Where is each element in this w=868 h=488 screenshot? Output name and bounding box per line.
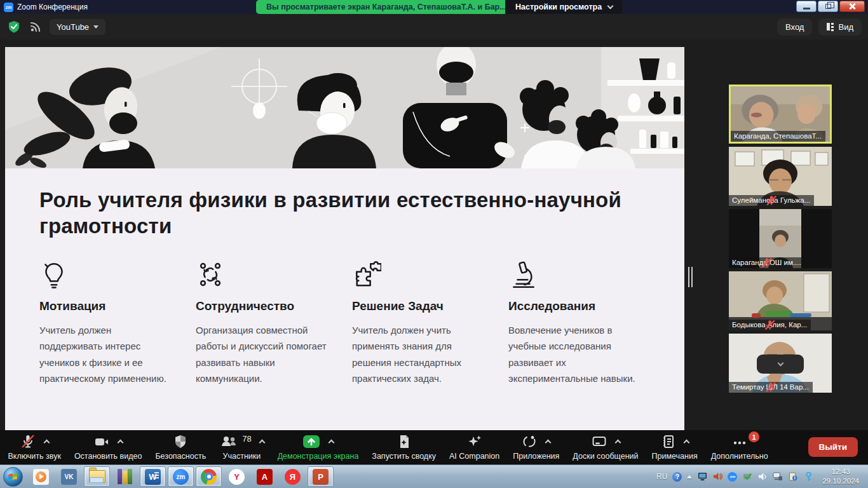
taskbar-acrobat[interactable]: A	[252, 466, 278, 487]
help-icon[interactable]: ?	[672, 472, 682, 482]
youtube-stream-dropdown[interactable]: YouTube	[50, 19, 105, 35]
chevron-up-icon[interactable]	[545, 440, 551, 446]
participant-video[interactable]: Бодыкова Алия, Кар...	[729, 271, 832, 330]
word-icon: W	[145, 469, 161, 485]
participants-icon	[219, 434, 238, 449]
participant-video[interactable]: Сулейманова Гульжа...	[729, 147, 832, 206]
taskbar-zoom[interactable]: zm	[168, 466, 194, 487]
restore-button[interactable]	[818, 1, 838, 12]
toolbar-label: Приложения	[513, 452, 559, 461]
more-participants-button[interactable]	[757, 355, 804, 374]
volume-warning-icon[interactable]	[712, 471, 722, 482]
minimize-button[interactable]	[796, 1, 817, 12]
restore-icon	[825, 4, 831, 9]
close-icon	[848, 3, 856, 10]
taskbar-winrar[interactable]	[112, 466, 138, 487]
ai-companion-button[interactable]: AI Companion	[443, 430, 506, 464]
speaker-icon[interactable]	[757, 471, 768, 482]
system-tray: RU ? zm	[656, 467, 868, 486]
leave-meeting-button[interactable]: Выйти	[808, 437, 858, 457]
whiteboards-button[interactable]: Доски сообщений	[566, 430, 645, 464]
slide-column-problem-solving: Решение Задач Учитель должен учить приме…	[352, 260, 508, 387]
taskbar-media-player[interactable]	[28, 466, 54, 487]
key-icon[interactable]	[803, 471, 813, 482]
camera-icon	[93, 434, 110, 449]
more-button[interactable]: 1 Дополнительно	[704, 430, 775, 464]
apps-button[interactable]: Приложения	[506, 430, 566, 464]
participant-name-label: Караганда ОШ им....	[729, 257, 805, 268]
slide-title: Роль учителя физики в развитии естествен…	[39, 187, 630, 240]
zoom-logo-icon: zm	[4, 3, 13, 12]
toolbar-label: Участники	[223, 452, 261, 461]
toolbar-label: Включить звук	[8, 452, 61, 461]
unmute-button[interactable]: Включить звук	[1, 430, 67, 464]
share-screen-icon	[302, 434, 321, 449]
tray-expand-icon[interactable]	[687, 475, 692, 478]
vk-icon: VK	[61, 469, 77, 485]
taskbar-yandex[interactable]: Я	[280, 466, 306, 487]
toolbar-label: Безопасность	[155, 452, 206, 461]
display-icon[interactable]	[697, 471, 707, 482]
security-shield-icon[interactable]	[6, 19, 22, 34]
ai-companion-icon	[466, 434, 483, 449]
chevron-up-icon[interactable]	[683, 440, 689, 446]
taskbar-word[interactable]: W	[140, 466, 166, 487]
view-settings-dropdown[interactable]: Настройки просмотра	[505, 0, 623, 14]
column-text: Вовлечение учеников в учебные исследован…	[508, 322, 643, 387]
media-player-icon	[33, 469, 49, 485]
tray-time: 12:43	[822, 467, 859, 477]
start-summary-button[interactable]: Запустить сводку	[365, 430, 443, 464]
login-button[interactable]: Вход	[777, 18, 812, 36]
view-button[interactable]: Вид	[818, 18, 862, 36]
taskbar-chrome[interactable]	[196, 466, 222, 487]
taskbar-powerpoint[interactable]: P	[308, 466, 334, 487]
windows-taskbar: VK W zm Y A Я P RU ? zm	[0, 464, 868, 488]
tray-date: 29.10.2024	[822, 477, 859, 486]
participant-video[interactable]: Караганда, СтепашоваТ...	[729, 85, 832, 144]
start-button[interactable]	[3, 467, 23, 487]
view-label: Вид	[838, 22, 853, 32]
notes-button[interactable]: Примечания	[645, 430, 704, 464]
window-controls	[796, 1, 865, 12]
taskbar-vk[interactable]: VK	[56, 466, 82, 487]
meeting-toolbar: Включить звук Остановить видео Безопасно…	[0, 430, 868, 464]
close-button[interactable]	[839, 1, 865, 12]
column-heading: Решение Задач	[352, 299, 487, 313]
security-button[interactable]: Безопасность	[149, 430, 213, 464]
chevron-up-icon[interactable]	[118, 440, 124, 446]
apps-icon	[522, 434, 538, 449]
chevron-down-icon	[777, 360, 783, 367]
minimize-icon	[803, 8, 810, 10]
toolbar-label: Примечания	[652, 452, 698, 461]
powerpoint-icon: P	[313, 469, 329, 485]
panel-drag-handle[interactable]	[688, 267, 693, 287]
participant-video[interactable]: Караганда ОШ им....	[729, 209, 832, 268]
taskbar-clock[interactable]: 12:43 29.10.2024	[818, 467, 863, 486]
stop-video-button[interactable]: Остановить видео	[67, 430, 149, 464]
mic-muted-icon	[20, 434, 36, 449]
live-stream-icon[interactable]	[28, 19, 43, 34]
language-indicator[interactable]: RU	[656, 472, 667, 481]
zoom-tray-icon[interactable]: zm	[728, 472, 737, 482]
chevron-up-icon[interactable]	[329, 440, 335, 446]
caret-down-icon	[93, 25, 98, 29]
column-heading: Исследования	[508, 299, 643, 313]
share-screen-button[interactable]: Демонстрация экрана	[271, 430, 365, 464]
participant-name-label: Бодыкова Алия, Кар...	[729, 320, 811, 330]
info-icon[interactable]	[788, 471, 798, 482]
antivirus-check-icon[interactable]	[742, 471, 752, 482]
chevron-up-icon[interactable]	[44, 440, 50, 446]
yandex-browser-icon: Y	[229, 469, 245, 485]
taskbar-file-explorer[interactable]	[84, 466, 110, 487]
chevron-up-icon[interactable]	[259, 440, 265, 446]
view-settings-label: Настройки просмотра	[515, 3, 602, 11]
network-icon[interactable]	[773, 471, 783, 482]
whiteboard-icon	[591, 434, 607, 449]
chevron-up-icon[interactable]	[614, 440, 621, 446]
zoom-app-icon: zm	[173, 469, 189, 485]
notes-icon	[661, 434, 676, 449]
participant-name-label: Темиртау ШЛ 14 Вар...	[729, 382, 813, 393]
taskbar-yandex-browser[interactable]: Y	[224, 466, 250, 487]
participants-button[interactable]: 78 Участники	[213, 430, 271, 464]
column-text: Учитель должен поддерживать интерес учен…	[39, 322, 174, 387]
